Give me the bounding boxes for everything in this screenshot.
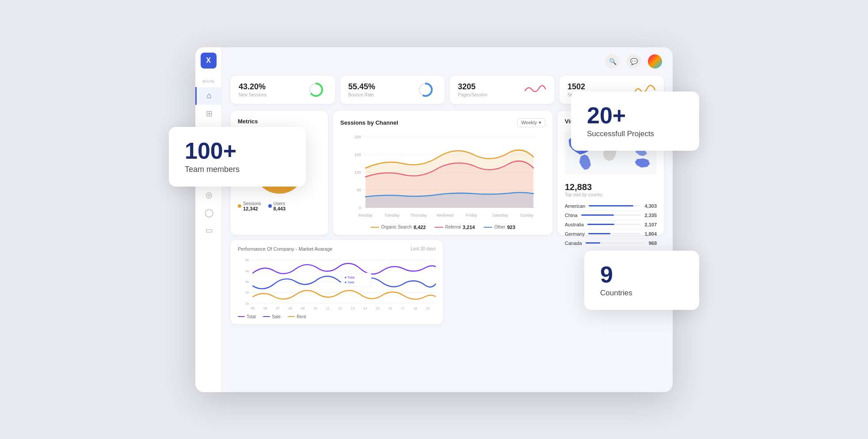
svg-text:07: 07 [276,306,280,310]
float-projects-card: 20+ Successfull Projects [571,92,699,151]
svg-text:● Total: ● Total [345,275,355,279]
legend-label-organic: Organic Search [381,225,411,229]
stat-new-sessions: 43.20% New Sessions [231,76,335,104]
stat-info-new-sessions: 43.20% New Sessions [239,82,266,97]
topbar: 🔍 💬 [231,54,664,69]
svg-text:16: 16 [388,306,392,310]
svg-text:50: 50 [357,188,361,192]
legend-users-label: Users [274,201,285,206]
sidebar-item-home[interactable]: ⌂ [195,87,221,105]
legend-line-organic [370,227,379,228]
sidebar-item-card[interactable]: ▭ [195,221,221,239]
country-name-china: China [565,213,578,218]
sessions-chart-legend: Organic Search 8,422 Referral 3,214 Othe… [340,225,545,230]
country-bar-canada [586,242,601,244]
svg-text:14: 14 [363,306,367,310]
svg-text:18: 18 [413,306,417,310]
perf-legend-label-total: Total [247,314,256,319]
float-team-label: Team members [185,165,290,174]
performance-card: Performance Of Company - Market Avarage … [231,240,443,324]
svg-text:Wednesd: Wednesd [437,213,453,218]
legend-sessions-label: Sessions [243,201,261,206]
svg-text:10: 10 [313,306,317,310]
sidebar-item-grid[interactable]: ⊞ [195,105,221,122]
perf-header: Performance Of Company - Market Avarage … [238,246,436,252]
legend-line-other [483,227,492,228]
sessions-filter[interactable]: Weekly ▾ [517,118,545,127]
perf-legend-rent: Rent [288,314,306,319]
perf-legend-label-rent: Rent [297,314,306,319]
stat-chart-pages-session [524,82,546,98]
svg-text:11: 11 [326,306,330,310]
legend-sessions-info: Sessions 12,342 [243,201,261,211]
float-countries-card: 9 Countries [584,251,699,310]
svg-text:Saturday: Saturday [492,213,509,218]
svg-text:17: 17 [401,306,405,310]
legend-sessions: Sessions 12,342 [238,201,261,211]
legend-organic: Organic Search 8,422 [370,225,426,230]
svg-text:200: 200 [354,135,361,139]
country-row-canada: Canada 968 [565,239,657,248]
country-bar-american [589,205,633,206]
stat-label-pages-session: Pages/Session [458,92,487,97]
stat-value-bounce-rate: 55.45% [348,82,375,92]
sidebar-item-compass[interactable]: ◎ [195,186,221,204]
stat-chart-new-sessions [305,82,327,98]
country-bar-australia [587,224,614,225]
country-name-australia: Australia [565,222,584,227]
svg-text:150: 150 [354,153,361,157]
legend-users-info: Users 8,443 [274,201,286,211]
chat-icon[interactable]: 💬 [627,54,641,69]
svg-text:08: 08 [288,306,292,310]
svg-text:15: 15 [376,306,380,310]
legend-other: Other 923 [483,225,515,230]
svg-text:Friday: Friday [466,213,477,218]
country-val-china: 2,335 [644,213,657,218]
svg-text:12: 12 [338,306,342,310]
sidebar-section-label: Main [202,79,214,84]
perf-legend-total: Total [238,314,256,319]
sidebar-item-chat[interactable]: ◯ [195,204,221,221]
avatar[interactable] [648,54,662,69]
legend-val-organic: 8,422 [414,225,426,230]
svg-text:2k: 2k [245,290,249,294]
country-bar-wrap-canada [586,242,645,244]
sessions-header: Sessions by Channel Weekly ▾ [340,118,545,127]
svg-text:13: 13 [351,306,355,310]
country-val-australia: 2,107 [644,222,657,227]
stat-value-session: 1502 [567,82,585,92]
sidebar: X Main ⌂ ⊞ ✎ 📱 ✉ ◎ ◯ ▭ [195,47,222,392]
stat-info-pages-session: 3205 Pages/Session [458,82,487,97]
country-name-germany: Germany [565,231,585,237]
legend-label-referral: Referral [445,225,461,229]
country-bar-wrap-australia [587,224,641,225]
perf-chart: 5k 4k 3k 2k 1k 05 [238,255,436,313]
legend-label-other: Other [494,225,505,229]
legend-dot-users [268,204,272,208]
perf-filter[interactable]: Last 30 days [411,246,436,251]
search-icon[interactable]: 🔍 [605,54,620,69]
svg-text:● Sale: ● Sale [345,280,354,284]
svg-text:1k: 1k [245,301,249,305]
perf-legend-line-sale [263,316,270,317]
country-bar-wrap-american [589,205,641,206]
sidebar-logo[interactable]: X [201,53,217,69]
svg-text:4k: 4k [245,269,249,273]
stat-pages-session: 3205 Pages/Session [450,76,554,104]
legend-line-referral [434,227,443,228]
country-val-american: 4,303 [644,203,657,209]
stat-label-new-sessions: New Sessions [239,92,266,97]
sessions-title: Sessions by Channel [340,119,398,126]
stat-bounce-rate: 55.45% Bounce Rate [340,76,445,104]
scene: X Main ⌂ ⊞ ✎ 📱 ✉ ◎ ◯ ▭ 🔍 💬 [169,30,699,410]
svg-text:5k: 5k [245,258,249,262]
country-bar-wrap-china [581,214,641,216]
country-bar-germany [588,233,610,234]
legend-sessions-value: 12,342 [243,206,261,211]
country-name-american: American [565,203,585,209]
float-projects-number: 20+ [587,104,683,127]
country-row-australia: Australia 2,107 [565,220,657,229]
svg-text:3k: 3k [245,280,249,284]
visitor-stat-num: 12,883 [565,182,657,192]
stat-value-pages-session: 3205 [458,82,487,92]
